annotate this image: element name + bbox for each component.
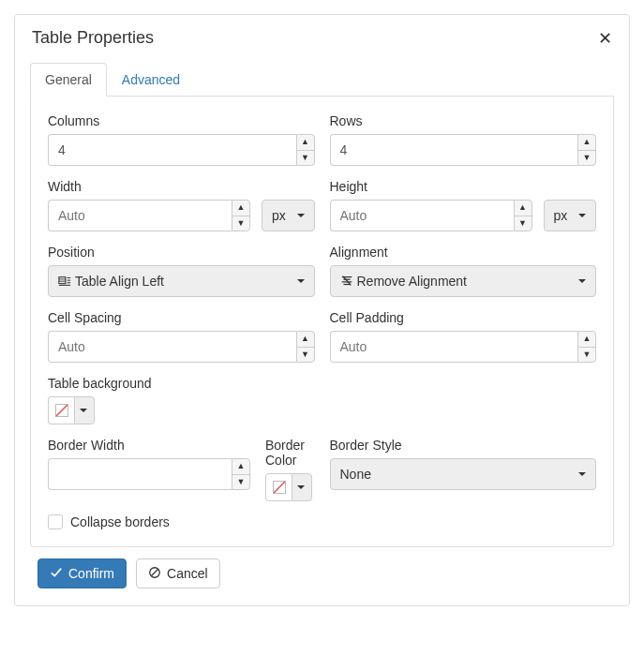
width-spinner: ▲ ▼ xyxy=(232,200,250,231)
border-width-spinner: ▲ ▼ xyxy=(232,458,250,490)
border-width-step-up[interactable]: ▲ xyxy=(232,459,249,475)
position-select[interactable]: Table Align Left xyxy=(48,265,315,297)
rows-input[interactable] xyxy=(330,134,578,166)
tab-general-label: General xyxy=(45,72,92,87)
caret-up-icon: ▲ xyxy=(583,138,592,146)
caret-down-icon: ▼ xyxy=(301,154,309,162)
cell-spacing-spinner: ▲ ▼ xyxy=(296,331,315,363)
columns-step-down[interactable]: ▼ xyxy=(297,151,314,166)
height-label: Height xyxy=(330,179,597,194)
table-background-picker[interactable] xyxy=(48,396,315,424)
cell-padding-label: Cell Padding xyxy=(330,310,597,325)
width-step-down[interactable]: ▼ xyxy=(232,216,249,231)
caret-down-icon: ▼ xyxy=(237,219,246,228)
width-unit-value: px xyxy=(272,208,286,223)
cell-spacing-label: Cell Spacing xyxy=(48,310,315,325)
height-unit-value: px xyxy=(554,208,568,223)
dialog-footer: Confirm Cancel xyxy=(30,547,614,592)
confirm-label: Confirm xyxy=(68,566,114,581)
table-properties-dialog: Table Properties ✕ General Advanced Colu… xyxy=(14,14,630,606)
cell-padding-step-down[interactable]: ▼ xyxy=(578,348,595,363)
width-input[interactable] xyxy=(48,200,232,231)
width-step-up[interactable]: ▲ xyxy=(232,201,249,216)
svg-line-17 xyxy=(152,569,158,575)
tab-advanced[interactable]: Advanced xyxy=(107,63,195,97)
svg-line-15 xyxy=(274,482,285,493)
position-value: Table Align Left xyxy=(75,274,164,289)
confirm-button[interactable]: Confirm xyxy=(37,558,127,588)
cancel-icon xyxy=(148,566,161,582)
tab-general[interactable]: General xyxy=(30,63,107,97)
collapse-borders-label: Collapse borders xyxy=(70,514,170,529)
columns-input[interactable] xyxy=(48,134,296,166)
remove-alignment-icon xyxy=(340,275,353,288)
general-panel: Columns ▲ ▼ Rows ▲ xyxy=(30,97,614,547)
border-color-picker[interactable] xyxy=(265,473,315,501)
cell-spacing-step-down[interactable]: ▼ xyxy=(297,348,314,363)
dialog-title: Table Properties xyxy=(32,28,154,48)
border-style-value: None xyxy=(340,467,371,482)
caret-up-icon: ▲ xyxy=(301,138,309,146)
position-label: Position xyxy=(48,245,315,260)
tabs: General Advanced xyxy=(30,63,614,97)
close-button[interactable]: ✕ xyxy=(598,30,612,47)
width-unit-select[interactable]: px xyxy=(262,200,315,231)
no-color-icon xyxy=(48,396,74,424)
svg-line-13 xyxy=(56,405,67,416)
collapse-borders-row: Collapse borders xyxy=(48,514,596,529)
check-icon xyxy=(50,566,63,582)
height-spinner: ▲ ▼ xyxy=(514,200,532,231)
caret-down-icon: ▼ xyxy=(583,154,592,162)
columns-spinner: ▲ ▼ xyxy=(296,134,315,166)
caret-up-icon: ▲ xyxy=(583,335,592,343)
cancel-label: Cancel xyxy=(167,566,208,581)
alignment-select[interactable]: Remove Alignment xyxy=(330,265,597,297)
cell-padding-step-up[interactable]: ▲ xyxy=(578,332,595,348)
height-unit-select[interactable]: px xyxy=(544,200,597,231)
close-icon: ✕ xyxy=(598,29,612,48)
height-input[interactable] xyxy=(330,200,514,231)
collapse-borders-checkbox[interactable] xyxy=(48,514,63,529)
cancel-button[interactable]: Cancel xyxy=(136,558,220,588)
border-width-step-down[interactable]: ▼ xyxy=(232,475,249,490)
border-width-label: Border Width xyxy=(48,438,250,453)
border-width-input[interactable] xyxy=(48,458,232,490)
dialog-header: Table Properties ✕ xyxy=(15,15,629,57)
caret-down-icon: ▼ xyxy=(237,478,246,486)
caret-up-icon: ▲ xyxy=(237,462,246,470)
width-label: Width xyxy=(48,179,315,194)
alignment-label: Alignment xyxy=(330,245,597,260)
height-step-up[interactable]: ▲ xyxy=(515,201,532,216)
rows-step-up[interactable]: ▲ xyxy=(578,135,595,151)
table-background-dropdown[interactable] xyxy=(74,396,95,424)
rows-label: Rows xyxy=(330,113,597,128)
cell-padding-input[interactable] xyxy=(330,331,578,363)
border-color-dropdown[interactable] xyxy=(292,473,312,501)
border-style-select[interactable]: None xyxy=(330,458,597,490)
alignment-value: Remove Alignment xyxy=(357,274,468,289)
rows-spinner: ▲ ▼ xyxy=(577,134,596,166)
caret-up-icon: ▲ xyxy=(518,203,527,212)
border-color-label: Border Color xyxy=(265,438,315,468)
cell-spacing-step-up[interactable]: ▲ xyxy=(297,332,314,348)
dialog-body: General Advanced Columns ▲ ▼ xyxy=(15,57,629,605)
tab-advanced-label: Advanced xyxy=(122,72,180,87)
height-step-down[interactable]: ▼ xyxy=(515,216,532,231)
cell-spacing-input[interactable] xyxy=(48,331,296,363)
caret-up-icon: ▲ xyxy=(237,203,246,212)
caret-down-icon: ▼ xyxy=(301,350,309,359)
caret-up-icon: ▲ xyxy=(301,335,309,343)
svg-rect-0 xyxy=(59,277,66,284)
columns-step-up[interactable]: ▲ xyxy=(297,135,314,151)
caret-down-icon: ▼ xyxy=(518,219,527,228)
no-color-icon xyxy=(265,473,292,501)
caret-down-icon: ▼ xyxy=(583,350,592,359)
rows-step-down[interactable]: ▼ xyxy=(578,151,595,166)
border-style-label: Border Style xyxy=(330,438,597,453)
columns-label: Columns xyxy=(48,113,315,128)
cell-padding-spinner: ▲ ▼ xyxy=(577,331,596,363)
table-align-left-icon xyxy=(58,275,71,288)
table-background-label: Table background xyxy=(48,376,315,391)
